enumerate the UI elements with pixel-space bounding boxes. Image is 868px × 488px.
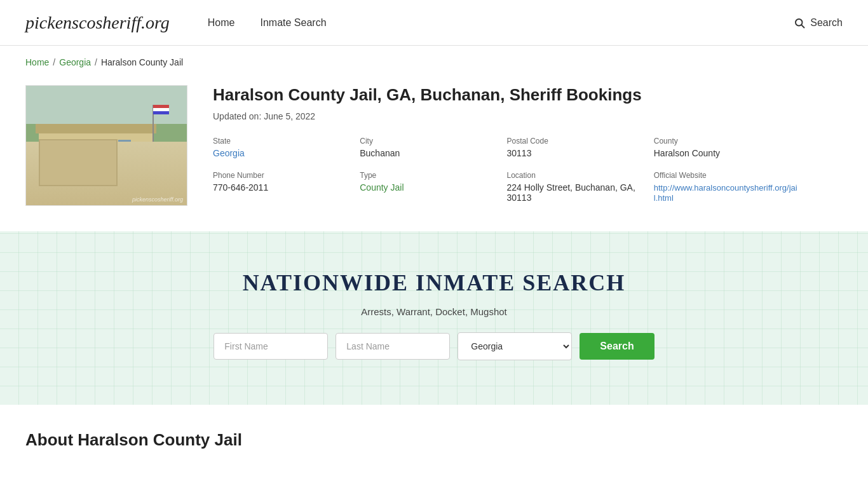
website-label: Official Website xyxy=(654,171,801,180)
site-header: pickenscosheriff.org Home Inmate Search … xyxy=(0,0,868,46)
header-search-label: Search xyxy=(810,17,843,29)
nav-home[interactable]: Home xyxy=(208,17,235,29)
main-nav: Home Inmate Search xyxy=(208,17,794,29)
state-link[interactable]: Georgia xyxy=(213,148,245,158)
breadcrumb-sep-2: / xyxy=(95,57,97,67)
website-value: http://www.haralsoncountysheriff.org/jai… xyxy=(654,182,801,203)
svg-rect-14 xyxy=(153,105,169,108)
svg-rect-8 xyxy=(74,140,86,151)
detail-county: County Haralson County xyxy=(654,137,801,158)
about-section: About Haralson County Jail xyxy=(0,405,868,463)
phone-value: 770-646-2011 xyxy=(213,182,360,193)
svg-rect-10 xyxy=(118,140,131,151)
detail-postal: Postal Code 30113 xyxy=(507,137,654,158)
svg-rect-5 xyxy=(39,130,153,181)
facility-updated: Updated on: June 5, 2022 xyxy=(213,111,801,121)
image-watermark: pickenscosheriff.org xyxy=(132,196,183,203)
svg-rect-2 xyxy=(26,86,187,206)
header-search-trigger[interactable]: Search xyxy=(794,17,843,29)
inmate-search-form: AlabamaAlaskaArizonaArkansasCaliforniaCo… xyxy=(214,332,654,360)
type-link[interactable]: County Jail xyxy=(360,182,403,193)
svg-point-21 xyxy=(170,151,187,173)
phone-label: Phone Number xyxy=(213,171,360,180)
main-content: pickenscosheriff.org Haralson County Jai… xyxy=(0,79,826,231)
breadcrumb-current: Haralson County Jail xyxy=(101,57,183,67)
last-name-input[interactable] xyxy=(336,333,450,360)
facility-title: Haralson County Jail, GA, Buchanan, Sher… xyxy=(213,85,801,105)
city-label: City xyxy=(360,137,506,146)
site-logo[interactable]: pickenscosheriff.org xyxy=(25,13,170,33)
detail-location: Location 224 Holly Street, Buchanan, GA,… xyxy=(507,171,654,203)
svg-rect-11 xyxy=(83,156,102,181)
type-label: Type xyxy=(360,171,506,180)
state-select[interactable]: AlabamaAlaskaArizonaArkansasCaliforniaCo… xyxy=(458,332,572,360)
postal-value: 30113 xyxy=(507,148,654,158)
location-value: 224 Holly Street, Buchanan, GA, 30113 xyxy=(507,182,654,203)
search-button[interactable]: Search xyxy=(580,333,654,360)
type-value: County Jail xyxy=(360,182,506,193)
location-label: Location xyxy=(507,171,654,180)
detail-phone: Phone Number 770-646-2011 xyxy=(213,171,360,203)
detail-state: State Georgia xyxy=(213,137,360,158)
facility-image: pickenscosheriff.org xyxy=(25,85,187,206)
breadcrumb: Home / Georgia / Haralson County Jail xyxy=(0,46,868,79)
svg-point-20 xyxy=(26,156,45,175)
search-icon xyxy=(794,17,805,29)
svg-rect-18 xyxy=(90,175,125,187)
svg-line-1 xyxy=(802,25,804,27)
detail-website: Official Website http://www.haralsoncoun… xyxy=(654,171,801,203)
postal-label: Postal Code xyxy=(507,137,654,146)
nav-inmate-search[interactable]: Inmate Search xyxy=(261,17,327,29)
svg-rect-17 xyxy=(45,173,77,187)
city-value: Buchanan xyxy=(360,148,506,158)
svg-rect-16 xyxy=(153,111,169,114)
search-section-title: NATIONWIDE INMATE SEARCH xyxy=(243,269,626,296)
svg-rect-6 xyxy=(36,124,156,133)
detail-city: City Buchanan xyxy=(360,137,506,158)
state-label: State xyxy=(213,137,360,146)
search-section-subtitle: Arrests, Warrant, Docket, Mugshot xyxy=(361,306,507,317)
breadcrumb-home[interactable]: Home xyxy=(25,57,49,67)
first-name-input[interactable] xyxy=(214,333,328,360)
facility-details: Haralson County Jail, GA, Buchanan, Sher… xyxy=(213,85,801,206)
svg-rect-15 xyxy=(153,108,169,111)
svg-rect-7 xyxy=(51,140,64,151)
facility-image-svg xyxy=(26,86,187,206)
nationwide-search-section: NATIONWIDE INMATE SEARCH Arrests, Warran… xyxy=(0,231,868,405)
svg-rect-9 xyxy=(96,140,109,151)
detail-type: Type County Jail xyxy=(360,171,506,203)
county-value: Haralson County xyxy=(654,148,801,158)
county-label: County xyxy=(654,137,801,146)
svg-rect-19 xyxy=(131,173,159,187)
breadcrumb-georgia[interactable]: Georgia xyxy=(59,57,91,67)
website-link[interactable]: http://www.haralsoncountysheriff.org/jai… xyxy=(654,183,797,203)
breadcrumb-sep-1: / xyxy=(53,57,55,67)
details-grid: State Georgia City Buchanan Postal Code … xyxy=(213,137,801,203)
about-title: About Haralson County Jail xyxy=(25,430,843,450)
state-value: Georgia xyxy=(213,148,360,158)
